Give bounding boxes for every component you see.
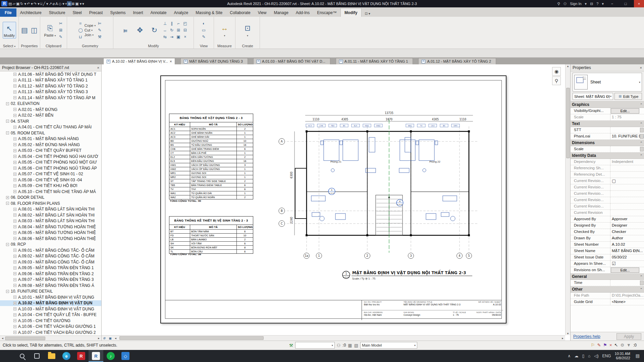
ribbon-tab[interactable]: View	[254, 8, 270, 17]
tree-item[interactable]: + A.02.02 - MẶT BÊN	[0, 113, 101, 119]
chevron-up-icon[interactable]: ∧	[568, 354, 571, 358]
tree-item[interactable]: − 05. ROOM DETAIL	[0, 130, 101, 136]
profile-icon[interactable]: ⚇	[563, 2, 567, 6]
value-box[interactable]	[640, 147, 644, 152]
property-row[interactable]: PhanLoai 10. FUNITURE DE...	[571, 133, 644, 140]
qat-tool-icon[interactable]: ⊠	[71, 2, 75, 6]
ribbon-tab[interactable]: File	[0, 8, 16, 17]
property-section[interactable]: Identity Data⌃	[571, 153, 644, 159]
tree-item[interactable]: + A.10.02 - MẶT BẰNG ĐỊNH VỊ VẬT DỤN	[0, 300, 101, 306]
move-button[interactable]: ✥	[133, 25, 147, 35]
scroll-thumb[interactable]	[119, 336, 264, 340]
store-icon[interactable]: ⊟	[590, 2, 593, 6]
tree-item[interactable]: + A.08.01 - MẶT BẰNG LÁT SÀN HOÀN THI	[0, 206, 101, 213]
apply-button[interactable]: Apply	[616, 333, 641, 340]
modify-tool-icon[interactable]: ⇥	[169, 34, 175, 40]
qat-tool-icon[interactable]: ↻ ▾	[20, 2, 26, 6]
property-row[interactable]: Current Revisio...	[571, 203, 644, 210]
ribbon-tab[interactable]: Modify	[340, 8, 362, 17]
view-tab[interactable]: A.01.11 - MẶT BẰNG XÂY TÔ TẦNG 1	[336, 58, 413, 64]
expand-icon[interactable]: −	[6, 290, 9, 293]
expand-icon[interactable]: +	[13, 260, 16, 263]
property-row[interactable]: Current Revisio...	[571, 184, 644, 191]
property-row[interactable]: File Path D:\01.Project\Oa...	[571, 293, 644, 299]
notification-center-icon[interactable]: ▤	[634, 352, 641, 360]
help-icon[interactable]: ?	[596, 2, 598, 6]
ribbon-tab[interactable]: Insert	[129, 8, 147, 17]
expand-icon[interactable]: +	[13, 237, 16, 240]
expand-icon[interactable]: +	[13, 143, 16, 146]
view-tab[interactable]: A.01.03 - MẶT BẰNG BỐ TRÍ VẬT D...	[253, 58, 330, 64]
qat-tool-icon[interactable]: ▤	[8, 2, 12, 6]
close-tab-icon[interactable]: ×	[170, 59, 172, 63]
expand-icon[interactable]: +	[13, 319, 16, 322]
chevron-down-icon[interactable]: ▾	[639, 81, 640, 84]
ribbon-tab[interactable]: Annotate	[147, 8, 170, 17]
tree-item[interactable]: + 06. DOOR DETAIL	[0, 195, 101, 201]
geometry-tool[interactable]: Join ▾	[85, 33, 96, 37]
edit-type-button[interactable]: ⊞ Edit Type	[614, 93, 642, 100]
editing-requests-icon[interactable]: ✎	[597, 343, 601, 348]
tree-item[interactable]: + A.05.02 - MẶT ĐỨNG NHÀ HÀNG	[0, 142, 101, 148]
property-row[interactable]: Sheet Name MẶT BẰNG ĐỊN...	[571, 248, 644, 254]
taskbar-app-icon[interactable]: ♪	[103, 350, 118, 362]
ribbon-tab[interactable]: Collaborate	[226, 8, 254, 17]
exclude-options-icon[interactable]: ×	[609, 343, 612, 348]
expand-icon[interactable]: +	[13, 214, 16, 217]
ribbon-tab[interactable]: Systems	[106, 8, 129, 17]
property-section[interactable]: General⌃	[571, 274, 644, 280]
property-row[interactable]: Current Revision	[571, 210, 644, 216]
tree-item[interactable]: + A.01.14 - MẶT BẰNG XÂY TÔ TẦNG ÁP M	[0, 95, 101, 101]
tree-item[interactable]: + A.05.01 - MẶT BẰNG NHÀ HÀNG	[0, 136, 101, 142]
tree-item[interactable]: − 02. ELEVATION	[0, 101, 101, 107]
ribbon-tab[interactable]: Manage	[270, 8, 292, 17]
tree-item[interactable]: − 09. RCP	[0, 242, 101, 248]
property-row[interactable]: Scale	[571, 146, 644, 153]
property-row[interactable]: Time	[571, 280, 644, 286]
qat-tool-icon[interactable]: ⌖	[65, 2, 67, 6]
qat-tool-icon[interactable]: ↷ ▾	[33, 2, 40, 6]
tree-item[interactable]: + A.09.02 - MẶT BẰNG CÔNG TẮC- Ổ CẮM	[0, 253, 101, 259]
chevron-down-icon[interactable]: ▾	[585, 2, 587, 6]
close-icon[interactable]: ×	[97, 66, 99, 70]
expand-icon[interactable]: +	[13, 126, 16, 129]
property-row[interactable]: STT	[571, 127, 644, 133]
tree-item[interactable]: − 10. FUNITURE DETAIL	[0, 289, 101, 295]
zoom-icon[interactable]: ⚲	[552, 76, 561, 85]
value-box[interactable]	[640, 128, 644, 132]
qat-tool-icon[interactable]: ╱ ▾	[43, 2, 48, 6]
property-row[interactable]: Visibility/Graphi... Edit...	[571, 108, 644, 114]
expand-icon[interactable]: +	[13, 272, 16, 275]
expand-icon[interactable]: −	[6, 202, 9, 205]
scroll-up-icon[interactable]: ▴	[566, 64, 571, 68]
expand-icon[interactable]: +	[13, 90, 16, 94]
tree-item[interactable]: + A.10.07 - CHI TIẾT VÁCH ĐẦU GIƯỜNG 2	[0, 329, 101, 336]
create-button[interactable]: ⊡ ▾	[241, 23, 254, 37]
property-section[interactable]: Text⌃	[571, 121, 644, 127]
expand-icon[interactable]: +	[13, 108, 16, 111]
tree-item[interactable]: + A.09.03 - MẶT BẰNG CÔNG TẮC- Ổ CẮM	[0, 259, 101, 265]
measure-button[interactable]: ↔ ▾	[218, 23, 231, 37]
expand-icon[interactable]: −	[6, 120, 9, 123]
wall-tool-icon[interactable]: ✎	[97, 27, 103, 33]
ribbon-tab[interactable]: Add-Ins	[292, 8, 313, 17]
edit-button[interactable]: Edit...	[611, 267, 639, 273]
minimize-button[interactable]: −	[607, 0, 617, 7]
property-row[interactable]: Designed By Designer	[571, 223, 644, 229]
expand-icon[interactable]: +	[13, 249, 16, 252]
network-icon[interactable]: ⌂	[588, 354, 590, 358]
property-row[interactable]: Revisions on Sh... Edit...	[571, 267, 644, 274]
view-tab[interactable]: A.10.02 - MẶT BẰNG ĐỊNH VỊ V... ×	[103, 58, 175, 64]
modify-tool-icon[interactable]: ⊥	[162, 20, 168, 26]
ribbon-display-toggle[interactable]: ⊡ ▾	[363, 10, 372, 17]
value-box[interactable]	[640, 134, 644, 139]
cut-icon[interactable]: ◯	[77, 27, 84, 33]
modify-tool-icon[interactable]: ×	[182, 34, 188, 40]
property-row[interactable]: Current Revisio...	[571, 197, 644, 203]
onedrive-icon[interactable]: ☁	[574, 354, 578, 358]
steering-wheel-icon[interactable]: ◉	[552, 67, 561, 76]
settings-icon[interactable]: ⚙	[620, 343, 624, 348]
chevron-down-icon[interactable]: ▾	[602, 2, 604, 6]
ribbon-tab[interactable]: Precast	[86, 8, 107, 17]
view-tab[interactable]: MẶT BẰNG VẬT DỤNG TẦNG 3	[180, 58, 248, 64]
